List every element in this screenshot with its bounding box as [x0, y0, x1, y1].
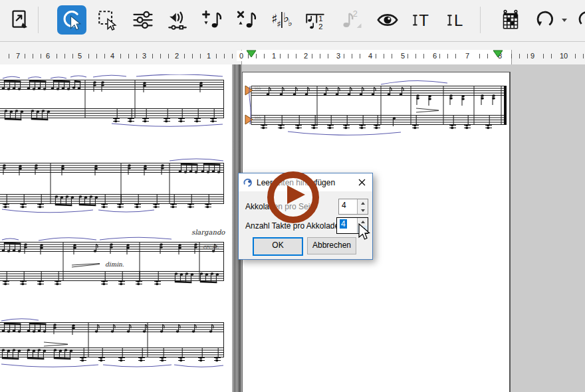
ruler-number: 1: [204, 50, 213, 61]
main-toolbar: ♯ ♯ ♭ ♭ 1 2 2: [0, 0, 585, 42]
right-margin-marker[interactable]: [493, 50, 503, 58]
akkoladen-value[interactable]: 4: [339, 199, 357, 214]
ruler-number: 3: [334, 50, 343, 61]
ruler-number: 10: [559, 50, 568, 61]
page-setup-icon: [8, 8, 32, 32]
takte-value[interactable]: 4: [337, 218, 357, 233]
ruler-number: 4: [366, 50, 375, 61]
svg-text:T: T: [419, 11, 429, 29]
redo-icon: [574, 8, 585, 32]
accidentals-button[interactable]: ♯ ♯ ♭ ♭: [267, 5, 296, 35]
ruler-number: 6: [43, 50, 53, 61]
mouse-cursor: [358, 223, 372, 242]
text-lyrics-button[interactable]: L: [441, 5, 471, 35]
toolbar-separator: [480, 7, 481, 33]
text-template-button[interactable]: T: [407, 5, 436, 35]
edit-select-button[interactable]: [57, 5, 86, 35]
ruler-number: 2: [301, 50, 310, 61]
tuplet-button-disabled: 2: [336, 5, 365, 35]
tuplet-icon: 2: [338, 8, 362, 32]
left-margin-marker[interactable]: [246, 50, 257, 58]
filter-settings-button[interactable]: [128, 5, 158, 35]
filter-settings-icon: [131, 8, 155, 32]
ok-button[interactable]: OK: [253, 237, 303, 256]
capella-logo-icon: [243, 177, 253, 188]
delete-note-button[interactable]: [232, 5, 261, 35]
eye-icon: [376, 8, 400, 32]
music-system-4: [0, 317, 226, 373]
ruler-number: 7: [463, 50, 472, 61]
akkoladen-spin-up[interactable]: [358, 199, 368, 207]
ruler-number: 7: [13, 50, 23, 61]
svg-text:2: 2: [318, 23, 322, 31]
view-eye-button[interactable]: [373, 5, 402, 35]
play-icon: [287, 185, 305, 204]
volta-brackets-button[interactable]: 1 2: [300, 5, 330, 35]
insert-note-icon: [200, 8, 224, 32]
chord-diagram-button[interactable]: [496, 5, 525, 35]
score-page-left[interactable]: slargando cresc. dimin.: [0, 64, 232, 392]
playback-settings-button[interactable]: [163, 5, 192, 35]
text-lyrics-icon: L: [444, 8, 468, 32]
music-system-1: [0, 74, 226, 129]
score-text-slargando: slargando: [191, 229, 225, 236]
svg-text:♯: ♯: [277, 19, 281, 29]
volta-brackets-icon: 1 2: [303, 8, 327, 32]
ruler-number: 4: [108, 50, 117, 61]
accidentals-icon: ♯ ♯ ♭ ♭: [269, 8, 293, 32]
ruler-number: 6: [430, 50, 439, 61]
horizontal-ruler: 7 6 5 4 3 2 1 0 1 2 3 4 5 6 7 8 9 10: [0, 42, 585, 65]
insert-note-button[interactable]: [197, 5, 227, 35]
undo-dropdown-caret[interactable]: [562, 19, 567, 22]
score-text-cresc: cresc.: [203, 244, 219, 250]
ruler-number: 0: [237, 50, 246, 61]
app-window: ♯ ♯ ♭ ♭ 1 2 2: [0, 0, 585, 392]
undo-button[interactable]: [530, 5, 560, 35]
svg-text:♭♭♭: ♭♭♭: [255, 86, 261, 91]
svg-text:1: 1: [318, 15, 322, 23]
ruler-number: 5: [75, 50, 84, 61]
redo-button[interactable]: [574, 5, 585, 35]
playback-settings-icon: [166, 8, 189, 32]
akkoladen-spinbox[interactable]: 4: [338, 199, 368, 215]
svg-text:♭♭♭: ♭♭♭: [255, 115, 261, 120]
svg-text:L: L: [454, 11, 463, 29]
chord-diagram-icon: [499, 8, 523, 32]
music-system-5: ♭♭♭ ♭♭♭: [245, 79, 509, 140]
page-setup-button[interactable]: [5, 5, 35, 35]
ruler-number: 3: [140, 50, 149, 61]
music-system-2: [0, 157, 226, 213]
akkoladen-spin-down[interactable]: [358, 207, 368, 214]
toolbar-separator: [38, 7, 39, 33]
close-icon: [358, 179, 366, 186]
ruler-number: 5: [398, 50, 408, 61]
svg-text:2: 2: [353, 9, 358, 19]
ruler-number: 1: [269, 50, 279, 61]
marquee-select-icon: [96, 8, 120, 32]
ruler-number: 9: [528, 50, 537, 61]
undo-icon: [533, 8, 557, 32]
video-play-button[interactable]: [267, 171, 319, 223]
cancel-button[interactable]: Abbrechen: [307, 237, 356, 254]
marquee-select-button[interactable]: [93, 5, 122, 35]
ruler-number: 2: [172, 50, 181, 61]
delete-note-icon: [235, 8, 259, 32]
dialog-close-button[interactable]: [351, 173, 372, 191]
text-template-icon: T: [410, 8, 433, 32]
svg-text:♭: ♭: [288, 17, 292, 28]
edit-select-icon: [60, 8, 84, 32]
score-text-dimin: dimin.: [105, 261, 124, 268]
